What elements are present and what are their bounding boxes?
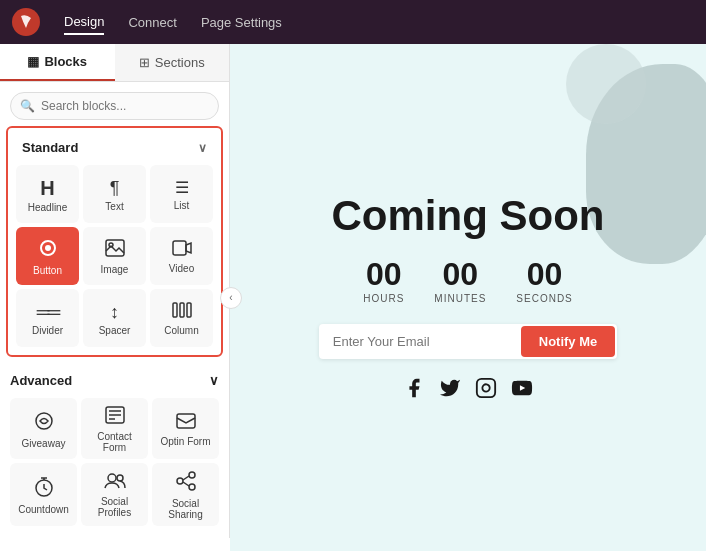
nav-tab-page-settings[interactable]: Page Settings	[201, 11, 282, 34]
image-label: Image	[101, 264, 129, 275]
image-icon	[105, 239, 125, 260]
blocks-tab-label: Blocks	[44, 54, 87, 69]
main-layout: ▦ Blocks ⊞ Sections 🔍 Standard	[0, 44, 706, 551]
svg-line-21	[183, 482, 189, 486]
search-icon: 🔍	[20, 99, 35, 113]
nav-tab-design[interactable]: Design	[64, 10, 104, 35]
column-icon	[172, 302, 192, 321]
svg-rect-13	[177, 414, 195, 428]
video-icon	[172, 240, 192, 259]
button-icon	[38, 238, 58, 261]
block-video[interactable]: Video	[150, 227, 213, 285]
text-icon: ¶	[110, 179, 120, 197]
divider-label: Divider	[32, 325, 63, 336]
twitter-icon[interactable]	[439, 377, 461, 404]
youtube-icon[interactable]	[511, 377, 533, 404]
email-input[interactable]	[321, 326, 513, 357]
notify-button[interactable]: Notify Me	[521, 326, 616, 357]
advanced-block-grid: Giveaway Contact Form	[6, 394, 223, 530]
coming-soon-title: Coming Soon	[319, 192, 618, 240]
list-label: List	[174, 200, 190, 211]
sidebar-wrapper: ▦ Blocks ⊞ Sections 🔍 Standard	[0, 44, 230, 551]
social-icons-row	[319, 377, 618, 404]
block-optin-form[interactable]: Optin Form	[152, 398, 219, 459]
advanced-section-header: Advanced ∨	[6, 365, 223, 394]
block-column[interactable]: Column	[150, 289, 213, 347]
block-giveaway[interactable]: Giveaway	[10, 398, 77, 459]
block-divider[interactable]: ══ Divider	[16, 289, 79, 347]
social-profiles-icon	[104, 473, 126, 492]
svg-point-17	[189, 472, 195, 478]
svg-rect-5	[173, 303, 177, 317]
minutes-value: 00	[443, 258, 479, 290]
coming-soon-card: Coming Soon 00 HOURS 00 MINUTES 00 SECON…	[299, 172, 638, 424]
giveaway-icon	[34, 411, 54, 434]
facebook-icon[interactable]	[403, 377, 425, 404]
nav-tab-connect[interactable]: Connect	[128, 11, 176, 34]
giveaway-label: Giveaway	[22, 438, 66, 449]
block-social-sharing[interactable]: Social Sharing	[152, 463, 219, 526]
svg-rect-22	[477, 378, 495, 396]
contact-form-icon	[105, 406, 125, 427]
instagram-icon[interactable]	[475, 377, 497, 404]
sections-icon: ⊞	[139, 55, 150, 70]
block-button[interactable]: Button	[16, 227, 79, 285]
list-icon: ☰	[175, 180, 189, 196]
divider-icon: ══	[37, 303, 59, 321]
block-headline[interactable]: H Headline	[16, 165, 79, 223]
block-text[interactable]: ¶ Text	[83, 165, 146, 223]
optin-form-icon	[176, 413, 196, 432]
svg-rect-7	[187, 303, 191, 317]
advanced-chevron-icon[interactable]: ∨	[209, 373, 219, 388]
decorative-blob2	[566, 44, 646, 124]
seconds-value: 00	[527, 258, 563, 290]
standard-section-header: Standard ∨	[12, 132, 217, 161]
headline-label: Headline	[28, 202, 67, 213]
standard-section: Standard ∨ H Headline ¶ Text ☰ List	[6, 126, 223, 357]
block-contact-form[interactable]: Contact Form	[81, 398, 148, 459]
standard-label: Standard	[22, 140, 78, 155]
hours-label: HOURS	[363, 293, 404, 304]
minutes-label: MINUTES	[434, 293, 486, 304]
sidebar-tabs: ▦ Blocks ⊞ Sections	[0, 44, 229, 82]
sidebar: ▦ Blocks ⊞ Sections 🔍 Standard	[0, 44, 230, 538]
block-list[interactable]: ☰ List	[150, 165, 213, 223]
standard-chevron-icon[interactable]: ∨	[198, 141, 207, 155]
search-input[interactable]	[10, 92, 219, 120]
block-social-profiles[interactable]: Social Profiles	[81, 463, 148, 526]
block-spacer[interactable]: ↕ Spacer	[83, 289, 146, 347]
svg-rect-6	[180, 303, 184, 317]
advanced-section: Advanced ∨ Giveaway	[6, 365, 223, 530]
text-label: Text	[105, 201, 123, 212]
social-profiles-label: Social Profiles	[85, 496, 144, 518]
svg-point-8	[36, 413, 52, 429]
email-row: Notify Me	[319, 324, 618, 359]
tab-blocks[interactable]: ▦ Blocks	[0, 44, 115, 81]
block-image[interactable]: Image	[83, 227, 146, 285]
sidebar-collapse-button[interactable]: ‹	[220, 287, 242, 309]
column-label: Column	[164, 325, 198, 336]
optin-form-label: Optin Form	[160, 436, 210, 447]
headline-icon: H	[40, 178, 54, 198]
hours-value: 00	[366, 258, 402, 290]
svg-point-18	[177, 478, 183, 484]
social-sharing-icon	[176, 471, 196, 494]
sections-tab-label: Sections	[155, 55, 205, 70]
countdown-row: 00 HOURS 00 MINUTES 00 SECONDS	[319, 258, 618, 304]
countdown-label: Countdown	[18, 504, 69, 515]
svg-line-20	[183, 476, 189, 480]
block-countdown[interactable]: Countdown	[10, 463, 77, 526]
search-inner: 🔍	[10, 92, 219, 120]
search-wrapper: 🔍	[0, 82, 229, 126]
countdown-icon	[34, 477, 54, 500]
svg-rect-4	[173, 241, 186, 255]
button-label: Button	[33, 265, 62, 276]
svg-point-19	[189, 484, 195, 490]
tab-sections[interactable]: ⊞ Sections	[115, 44, 230, 81]
main-content-area: Coming Soon 00 HOURS 00 MINUTES 00 SECON…	[230, 44, 706, 551]
app-logo	[12, 8, 40, 36]
seconds-label: SECONDS	[516, 293, 572, 304]
top-navigation: Design Connect Page Settings	[0, 0, 706, 44]
countdown-hours: 00 HOURS	[363, 258, 404, 304]
spacer-icon: ↕	[110, 303, 119, 321]
